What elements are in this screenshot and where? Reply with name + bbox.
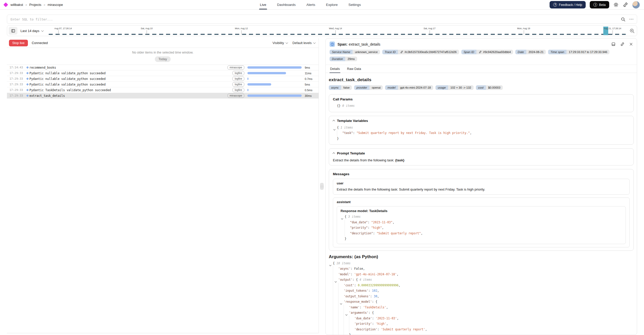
code-token: : <box>370 295 374 298</box>
code-token: : <box>354 284 358 287</box>
default-levels-dropdown[interactable]: Default levels <box>292 41 315 45</box>
default-levels-label: Default levels <box>292 41 312 45</box>
code-token: : <box>372 322 376 326</box>
tab-raw-data[interactable]: Raw Data <box>346 65 362 73</box>
indent-guide <box>337 130 342 136</box>
stop-live-button[interactable]: Stop live <box>9 40 28 46</box>
code-token: , <box>377 289 379 292</box>
top-actions: ? Feedback / Help i Beta <box>550 1 640 9</box>
code-token: 'output' <box>338 278 352 281</box>
pill-value: 2024-08-21 <box>526 50 546 54</box>
pill-value-text: 29ms <box>347 57 355 60</box>
breadcrumb-item-mirascope[interactable]: mirascope <box>48 3 63 7</box>
span-attrs: asyncfalseprovideropenaimodelgpt-4o-mini… <box>329 85 634 90</box>
sidebar-toggle-button[interactable] <box>9 27 17 35</box>
code-token: '2023-11-03' <box>376 317 397 320</box>
log-row[interactable]: 17:14:43recommend_booksmirascope9ms <box>7 65 319 70</box>
indent-guide <box>333 327 338 332</box>
log-row[interactable]: 17:29:33Pydantic nullable validate_pytho… <box>7 82 319 87</box>
call-params-code: {} 0 items <box>333 103 630 109</box>
code-token: "priority" <box>350 226 368 229</box>
pill-value: openai <box>369 85 383 90</box>
zoom-in-icon[interactable] <box>629 28 635 34</box>
duration-label: 0.7ms <box>305 77 316 80</box>
code-token: , <box>399 284 400 287</box>
code-line: 'cost': 0.000033299999999999996, <box>329 283 634 288</box>
timeline-chart[interactable]: Aug 07, 17:26:14Sat, Aug 10Mon, Aug 12We… <box>49 26 626 36</box>
breadcrumb-item-Projects[interactable]: Projects <box>29 3 41 7</box>
code-token: {} <box>337 104 342 108</box>
log-row[interactable]: 17:29:33Pydantic nullable validate_pytho… <box>7 76 319 82</box>
pill-label: Service Name <box>330 50 353 54</box>
code-token: : <box>351 273 354 276</box>
timeline-tick-label: Wed, Aug 14 <box>329 27 342 30</box>
code-line: "description": "Submit quarterly report"… <box>341 231 622 236</box>
open-panel-icon[interactable] <box>611 42 616 46</box>
tab-explore[interactable]: Explore <box>325 0 339 9</box>
tab-live[interactable]: Live <box>259 0 267 9</box>
code-token: { <box>345 215 348 218</box>
duration-bar <box>247 89 248 91</box>
span-info-icon <box>330 41 335 47</box>
breadcrumb-separator: > <box>25 3 27 6</box>
indent-guide <box>344 305 349 310</box>
tab-details[interactable]: Details <box>330 65 340 73</box>
search-icon[interactable] <box>621 17 626 22</box>
tab-alerts[interactable]: Alerts <box>305 0 316 9</box>
log-row[interactable]: 17:29:33extract_task_detailsmirascope30m… <box>7 93 319 99</box>
timeline-tick-mark <box>430 30 430 35</box>
pill-value: #9c942620aa93dbb4 <box>476 50 513 54</box>
meta-pill-span-id[interactable]: Span ID#9c942620aa93dbb4 <box>461 50 513 54</box>
log-time: 17:29:33 <box>9 71 25 75</box>
code-line: 'arguments': { <box>329 310 634 316</box>
theme-toggle-icon[interactable] <box>613 2 619 7</box>
pill-value-text: unknown_service <box>355 50 378 54</box>
pill-label: Time span <box>548 50 566 54</box>
meta-pill-trace-id[interactable]: Trace ID#c3b5157330ea5c1fd4572747af512d2… <box>382 50 459 54</box>
chevron-down-icon <box>41 29 44 32</box>
main-split: Stop live Connected Visibility Default l… <box>7 38 637 335</box>
visibility-dropdown[interactable]: Visibility <box>272 41 287 45</box>
close-icon[interactable] <box>629 42 633 46</box>
template-variables-code: { 1 items"task": "Submit quarterly repor… <box>333 125 630 142</box>
duration-track <box>247 78 302 80</box>
meta-pill-date: Date2024-08-21 <box>515 50 546 54</box>
pill-value-text: false <box>343 86 350 89</box>
duration-track <box>247 95 302 97</box>
collapse-chevron-icon[interactable] <box>333 120 335 122</box>
time-range-select[interactable]: Last 14 days <box>20 29 43 33</box>
beta-button[interactable]: i Beta <box>590 1 609 8</box>
tab-settings[interactable]: Settings <box>348 0 362 9</box>
user-avatar[interactable] <box>632 1 640 9</box>
pill-value: #c3b5157330ea5c1fd4572747af512d26 <box>398 50 459 54</box>
response-model-card: Response model: TaskDetails { 3 items"du… <box>337 206 626 244</box>
code-token: { <box>333 261 336 265</box>
panel-resize-handle[interactable]: ⋮⋮ <box>320 183 324 190</box>
copy-link-icon[interactable] <box>620 42 625 46</box>
collapse-chevron-icon[interactable] <box>333 152 335 155</box>
indent-guide <box>345 220 350 225</box>
code-token: 'name' <box>349 306 360 309</box>
sql-filter-input[interactable] <box>7 15 637 24</box>
breadcrumb-item-willbakst[interactable]: willbakst <box>10 3 23 7</box>
log-time: 17:14:43 <box>9 66 25 69</box>
log-row[interactable]: 17:29:33Pydantic TaskDetails validate_py… <box>7 87 319 93</box>
tab-dashboards[interactable]: Dashboards <box>276 0 297 9</box>
duration-track <box>247 66 302 69</box>
share-link-icon[interactable] <box>623 2 628 7</box>
indent-guide <box>338 316 344 321</box>
feedback-help-button[interactable]: ? Feedback / Help <box>550 1 586 8</box>
code-token: : <box>372 317 376 320</box>
response-model-code: { 3 items"due_date": "2023-11-03","prior… <box>341 214 622 242</box>
code-line: }, <box>329 332 634 335</box>
code-token: , <box>377 295 379 298</box>
overflow-menu-icon[interactable]: ⋯ <box>629 18 634 20</box>
code-token: 'due_date' <box>354 317 372 320</box>
span-panel-header: Span:extract_task_details <box>326 38 637 49</box>
code-line: } <box>333 136 630 142</box>
log-row[interactable]: 17:29:33Pydantic nullable validate_pytho… <box>7 70 319 76</box>
timeline-tick-label: Mon, Aug 12 <box>235 27 248 30</box>
log-time: 17:29:33 <box>9 94 25 97</box>
duration-bar <box>247 83 271 86</box>
span-diamond-icon <box>25 67 29 68</box>
